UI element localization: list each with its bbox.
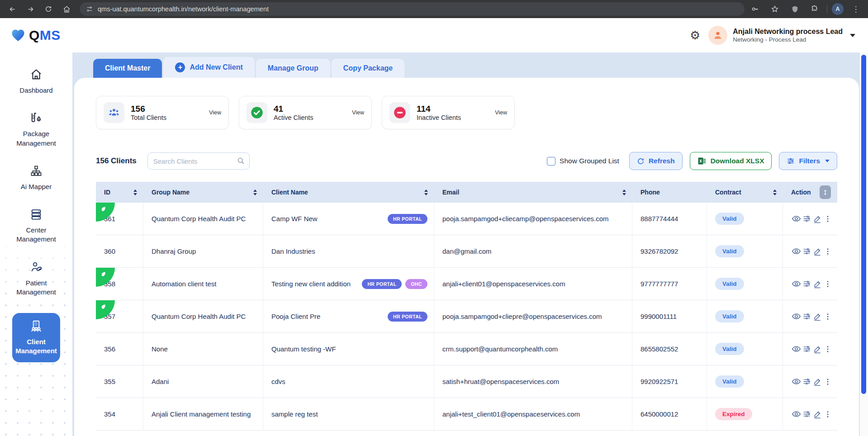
view-eye-icon[interactable] [791,245,802,258]
edit-pencil-icon[interactable] [812,375,822,389]
sidebar-item-patient-management[interactable]: Patient Management [9,261,63,297]
download-xlsx-button[interactable]: Download XLSX [690,152,772,170]
table-row[interactable]: 355 Adani cdvs satish+hruat@openspaceser… [96,365,837,398]
table-row[interactable]: 361 Quantum Corp Health Audit PC Camp WF… [96,203,837,235]
chrome-menu-icon[interactable]: ⋮ [848,1,863,17]
client-master-panel: 156 Total Clients View 41 Active Clients [74,78,859,436]
column-resize-icon[interactable] [820,185,831,199]
view-eye-icon[interactable] [791,342,802,356]
show-grouped-list-toggle[interactable]: Show Grouped List [547,157,619,166]
total-clients-view-link[interactable]: View [209,109,221,116]
address-bar[interactable]: qms-uat.quantumcorphealth.in/network/cli… [80,2,745,16]
show-grouped-checkbox[interactable] [547,157,555,166]
more-options-kebab-icon[interactable] [822,245,833,258]
tab-copy-package[interactable]: Copy Package [332,59,404,78]
sort-icon[interactable] [133,190,137,195]
refresh-button[interactable]: Refresh [629,152,683,170]
view-eye-icon[interactable] [791,375,802,389]
cell-phone: 6450000012 [632,398,707,430]
user-dropdown-caret-icon[interactable] [850,34,855,37]
col-group-name[interactable]: Group Name [143,182,263,203]
bookmark-star-icon[interactable] [767,1,783,17]
sort-icon[interactable] [622,190,626,195]
col-client-name[interactable]: Client Name [263,182,434,203]
col-contract[interactable]: Contract [707,182,783,203]
configure-sliders-icon[interactable] [802,375,812,389]
user-avatar [708,26,727,45]
filter-sliders-icon [787,157,795,165]
inactive-clients-value: 114 [417,104,461,114]
cell-client-name: Dan Industries [263,235,434,267]
more-options-kebab-icon[interactable] [822,212,833,226]
table-row[interactable]: 357 Quantum Corp Health Audit PC Pooja C… [96,300,837,333]
inactive-clients-view-link[interactable]: View [495,109,507,116]
cell-id: 354 [96,398,143,430]
edit-pencil-icon[interactable] [812,408,822,421]
table-row[interactable]: 360 Dhanraj Group Dan Industries dan@gma… [96,235,837,268]
col-phone: Phone [632,182,707,203]
sidebar-item-dashboard[interactable]: Dashboard [9,68,63,95]
sidebar-item-center-management[interactable]: Center Management [9,208,63,244]
more-options-kebab-icon[interactable] [822,342,833,356]
forward-icon[interactable] [23,1,38,17]
logo-letter-q: Q [29,28,40,43]
table-row[interactable]: 358 Automation client test Testing new c… [96,268,837,300]
col-email[interactable]: Email [434,182,632,203]
view-eye-icon[interactable] [791,408,802,421]
cell-email: pooja.sampamgod+cliepre@openspaceservice… [434,300,632,332]
edit-pencil-icon[interactable] [812,245,822,258]
filters-button[interactable]: Filters [779,152,837,170]
extensions-puzzle-icon[interactable] [807,1,822,17]
password-key-icon[interactable] [747,1,763,17]
back-icon[interactable] [5,1,20,17]
configure-sliders-icon[interactable] [802,277,812,291]
user-menu[interactable]: Anjali Networking process Lead Networkin… [708,26,855,45]
col-id[interactable]: ID [96,182,143,203]
sidebar-item-ai-mapper[interactable]: Ai Mapper [9,164,63,191]
scrollbar-thumb[interactable] [861,55,866,394]
more-options-kebab-icon[interactable] [822,408,833,421]
sort-icon[interactable] [424,190,428,195]
configure-sliders-icon[interactable] [802,310,812,323]
view-eye-icon[interactable] [791,212,802,226]
reload-icon[interactable] [41,1,56,17]
sitemap-icon [29,164,43,178]
active-clients-view-link[interactable]: View [352,109,364,116]
more-options-kebab-icon[interactable] [822,375,833,389]
page-scrollbar[interactable] [860,52,868,436]
edit-pencil-icon[interactable] [812,277,822,291]
configure-sliders-icon[interactable] [802,342,812,356]
sort-icon[interactable] [253,190,257,195]
tab-client-master[interactable]: Client Master [93,59,162,78]
home-icon-chrome[interactable] [59,1,74,17]
sidebar-item-client-management[interactable]: Client Management [12,313,60,362]
url-text: qms-uat.quantumcorphealth.in/network/cli… [98,5,269,13]
browser-profile-avatar[interactable]: A [832,3,844,15]
cell-group-name: Anjali Client management testing [143,398,263,430]
cell-email: anjali+client01@openspaceservices.com [434,268,632,300]
configure-sliders-icon[interactable] [802,408,812,421]
toolbar-divider [827,5,827,13]
edit-pencil-icon[interactable] [812,212,822,226]
contract-badge: Valid [715,213,744,225]
more-options-kebab-icon[interactable] [822,277,833,291]
view-eye-icon[interactable] [791,310,802,323]
edit-pencil-icon[interactable] [812,342,822,356]
sort-icon[interactable] [773,190,777,195]
tab-manage-group[interactable]: Manage Group [256,59,330,78]
tab-add-new-client[interactable]: + Add New Client [163,57,254,78]
sidebar-item-package-management[interactable]: Package Management [9,111,63,148]
cell-phone: 9990001111 [632,300,707,332]
shield-extension-icon[interactable] [787,1,802,17]
configure-sliders-icon[interactable] [802,245,812,258]
cell-group-name: Adani [143,365,263,398]
search-input[interactable] [147,152,250,170]
more-options-kebab-icon[interactable] [822,310,833,323]
site-settings-icon[interactable] [86,5,93,13]
configure-sliders-icon[interactable] [802,212,812,226]
view-eye-icon[interactable] [791,277,802,291]
table-row[interactable]: 354 Anjali Client management testing sam… [96,398,837,431]
edit-pencil-icon[interactable] [812,310,822,323]
settings-gear-icon[interactable]: ⚙ [690,29,700,41]
table-row[interactable]: 356 None Quantum testing -WF crm.support… [96,333,837,365]
